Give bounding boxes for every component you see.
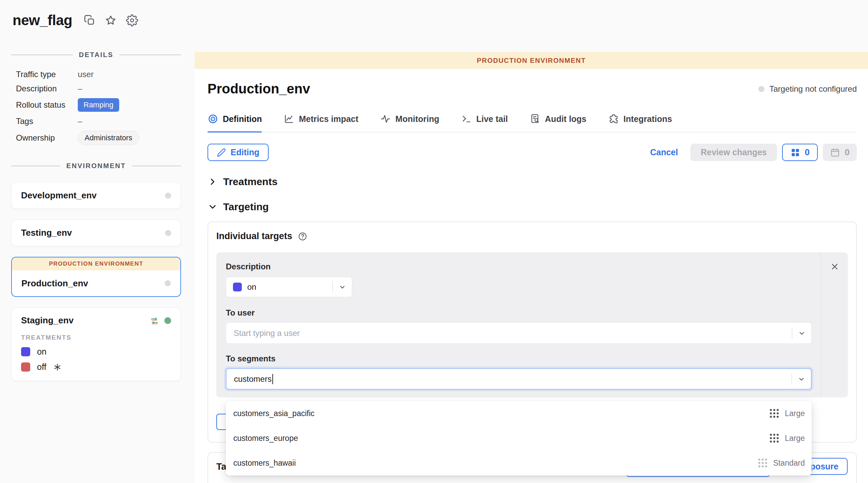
detail-label: Traffic type [16, 70, 78, 79]
env-name: Testing_env [21, 228, 72, 238]
env-name: Production_env [21, 278, 88, 289]
detail-row-ownership: Ownership Administrators [16, 131, 181, 145]
details-section-header: DETAILS [11, 51, 181, 59]
env-status-dot [165, 280, 171, 286]
terminal-icon [461, 113, 472, 124]
tab-bar: Definition Metrics impact Monitoring [207, 113, 857, 132]
copy-icon[interactable] [84, 15, 95, 26]
tab-monitoring[interactable]: Monitoring [380, 113, 439, 132]
detail-value: – [78, 84, 82, 93]
treatment-on-name: on [37, 347, 47, 357]
star-icon[interactable] [105, 15, 116, 26]
treatments-label: TREATMENTS [21, 334, 171, 341]
cancel-button[interactable]: Cancel [650, 147, 678, 157]
calendar-icon [830, 147, 840, 158]
to-user-input[interactable]: Start typing a user [226, 322, 812, 344]
env-active-dot [164, 317, 171, 324]
metrics-chart-icon [284, 113, 294, 124]
pulse-icon [380, 113, 391, 124]
targeting-status-text: Targeting not configured [769, 84, 857, 94]
to-segments-value: customers [234, 374, 272, 384]
environment-title: Production_env [207, 81, 310, 96]
to-user-label: To user [226, 308, 812, 318]
treatment-on-swatch [21, 347, 30, 356]
detail-row-description: Description – [16, 84, 181, 93]
segments-dropdown: customers_asia_pacific Large customers_e… [226, 401, 812, 476]
rollout-status-badge: Ramping [78, 98, 119, 112]
audit-log-icon [530, 113, 541, 124]
production-environment-label: PRODUCTION ENVIRONMENT [12, 257, 180, 270]
detail-row-traffic-type: Traffic type user [16, 70, 181, 79]
segment-option-asia-pacific[interactable]: customers_asia_pacific Large [226, 401, 812, 426]
to-user-placeholder: Start typing a user [234, 328, 792, 338]
tab-integrations[interactable]: Integrations [608, 113, 672, 132]
chevron-down-icon[interactable] [333, 283, 352, 291]
large-segment-icon [770, 409, 779, 418]
definition-icon [207, 113, 218, 124]
text-caret [272, 374, 273, 384]
page: new_flag DETAILS Traffic type user Descr… [0, 0, 868, 483]
gear-icon[interactable] [126, 14, 138, 26]
detail-label: Tags [16, 117, 78, 126]
tab-live-tail[interactable]: Live tail [461, 113, 508, 132]
env-status-dot [165, 193, 171, 199]
treatment-off-name: off [37, 362, 46, 372]
description-label: Description [226, 262, 812, 271]
ownership-pill: Administrators [78, 131, 139, 145]
environment-section-header: ENVIRONMENT [11, 162, 181, 170]
treatments-section-toggle[interactable]: Treatments [207, 176, 857, 187]
env-card-development[interactable]: Development_env [11, 182, 181, 209]
segment-option-hawaii[interactable]: customers_hawaii Standard [226, 451, 812, 476]
details-heading: DETAILS [79, 51, 113, 59]
actions-row: Editing Cancel Review changes 0 [207, 144, 857, 161]
standard-segment-icon [758, 459, 768, 468]
chevron-down-icon [207, 202, 218, 212]
editing-button[interactable]: Editing [207, 144, 269, 161]
env-card-testing[interactable]: Testing_env [11, 219, 181, 246]
detail-label: Rollout status [16, 100, 78, 110]
tab-metrics-impact[interactable]: Metrics impact [284, 113, 358, 132]
individual-target-rule: Description on To user Start typing a us… [216, 252, 848, 397]
targeting-rules-heading-partial: Ta [216, 462, 227, 472]
chevron-down-icon[interactable] [792, 329, 811, 338]
targeting-section-toggle[interactable]: Targeting [207, 201, 857, 213]
to-segments-input[interactable]: customers [226, 368, 812, 390]
detail-value: user [78, 70, 94, 79]
large-segment-icon [770, 434, 779, 443]
transfer-arrows-icon [149, 316, 160, 326]
tab-audit-logs[interactable]: Audit logs [530, 113, 586, 132]
detail-label: Ownership [16, 133, 78, 143]
env-card-production[interactable]: PRODUCTION ENVIRONMENT Production_env [11, 257, 181, 297]
schedule-count-button[interactable]: 0 [823, 144, 857, 161]
chevron-right-icon [207, 177, 218, 187]
remove-target-button[interactable] [830, 262, 839, 271]
help-icon[interactable] [298, 232, 307, 241]
flag-header: new_flag [13, 12, 138, 29]
details-list: Traffic type user Description – Rollout … [11, 70, 181, 145]
treatment-on-row: on [21, 347, 171, 357]
segment-option-europe[interactable]: customers_europe Large [226, 426, 812, 451]
targeting-status: Targeting not configured [758, 84, 857, 94]
puzzle-icon [608, 113, 619, 124]
to-segments-label: To segments [226, 354, 812, 363]
env-name: Staging_env [21, 315, 74, 326]
segment-size-label: Large [785, 409, 805, 418]
tab-definition[interactable]: Definition [207, 113, 262, 132]
changes-count-button[interactable]: 0 [782, 144, 818, 161]
treatment-off-swatch [21, 362, 30, 372]
segment-size-label: Large [785, 434, 805, 443]
chevron-down-icon[interactable] [792, 375, 811, 383]
review-changes-button[interactable]: Review changes [690, 144, 777, 161]
treatment-select-value: on [247, 282, 332, 292]
detail-row-rollout-status: Rollout status Ramping [16, 98, 181, 112]
env-card-staging[interactable]: Staging_env TREATMENTS on [11, 307, 181, 381]
env-name: Development_env [21, 190, 97, 201]
environment-heading: ENVIRONMENT [66, 162, 126, 170]
default-treatment-asterisk-icon [53, 363, 62, 372]
individual-targets-heading: Individual targets [216, 231, 292, 242]
targeting-status-dot [758, 86, 764, 92]
detail-label: Description [16, 84, 78, 93]
segment-size-label: Standard [773, 459, 805, 468]
detail-row-tags: Tags – [16, 117, 181, 126]
treatment-select[interactable]: on [226, 277, 352, 297]
